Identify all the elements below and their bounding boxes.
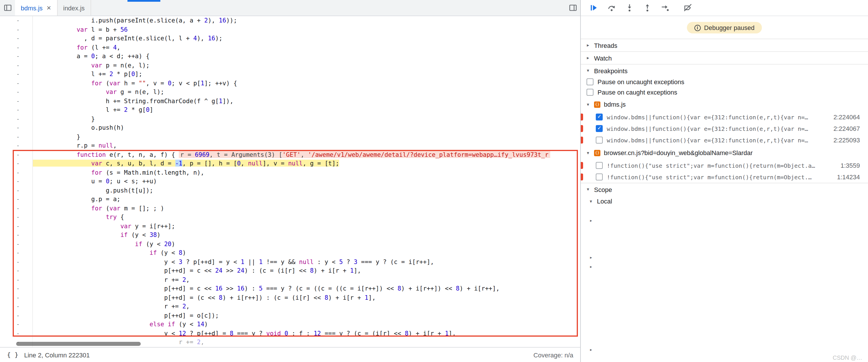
code-line[interactable]: - p[++d] = c << 24 >> 24) : (c = (i[r] <…	[0, 266, 580, 275]
code-line-text[interactable]: else if (y < 14)	[33, 320, 580, 329]
toggle-checkbox[interactable]	[587, 89, 593, 96]
code-line-text[interactable]: i.push(parseInt(e.slice(a, a + 2), 16));	[33, 16, 580, 25]
line-gutter[interactable]: -	[0, 159, 33, 168]
line-gutter[interactable]: -	[0, 275, 33, 284]
breakpoint-entry[interactable]: !function(){"use strict";var m=function(…	[581, 171, 868, 183]
code-line-text[interactable]: g.p = a;	[33, 195, 580, 204]
line-gutter[interactable]: -	[0, 97, 33, 105]
code-editor[interactable]: - i.push(parseInt(e.slice(a, a + 2), 16)…	[0, 16, 580, 347]
breakpoint-checkbox[interactable]	[596, 162, 603, 169]
line-gutter[interactable]: -	[0, 52, 33, 61]
expand-arrow-icon[interactable]	[590, 216, 592, 225]
code-line[interactable]: - p[++d] = (c << 8) + i[r++]) : (c = (i[…	[0, 293, 580, 302]
breakpoint-checkbox[interactable]	[596, 125, 603, 132]
code-line[interactable]: - p[++d] = o[c]);	[0, 311, 580, 320]
breakpoint-checkbox[interactable]	[596, 137, 603, 143]
breakpoint-group-header[interactable]: bdms.js	[581, 97, 868, 111]
code-line[interactable]: - var l = b + 56	[0, 25, 580, 34]
code-line-text[interactable]: a = 0; a < d; ++a) {	[33, 52, 580, 61]
toggle-checkbox[interactable]	[587, 78, 593, 85]
scope-variable-row[interactable]: m: undefined	[581, 299, 868, 308]
code-line-text[interactable]: if (y < 8)	[33, 249, 580, 257]
code-line[interactable]: - var c, s, u, b, l, d = -1, p = [], h =…	[0, 159, 580, 168]
code-line-text[interactable]: p[++d] = c << 16 >> 16) : 5 === y ? (c =…	[33, 284, 580, 293]
code-line[interactable]: - }	[0, 114, 580, 123]
expand-arrow-icon[interactable]	[590, 262, 592, 271]
line-gutter[interactable]: -	[0, 61, 33, 70]
step-button[interactable]	[660, 3, 670, 12]
line-gutter[interactable]: -	[0, 329, 33, 338]
code-line[interactable]: - for (var m = []; ; )	[0, 204, 580, 213]
code-line-text[interactable]: , d = parseInt(e.slice(l, l + 4), 16);	[33, 34, 580, 43]
scope-variable-row[interactable]: n: 0	[581, 308, 868, 318]
close-icon[interactable]: ×	[47, 4, 51, 11]
line-gutter[interactable]: -	[0, 34, 33, 43]
scope-variable-row[interactable]: h: undefined	[581, 281, 868, 290]
code-line-text[interactable]: p[++d] = o[c]);	[33, 311, 580, 320]
code-line-text[interactable]: o.push(h)	[33, 123, 580, 132]
code-line[interactable]: - y < 12 ? p[++d] = 8 === y ? void 0 : f…	[0, 329, 580, 338]
line-gutter[interactable]: -	[0, 16, 33, 25]
code-line-text[interactable]: var p = n(e, l);	[33, 61, 580, 70]
code-line-text[interactable]: var c, s, u, b, l, d = -1, p = [], h = […	[33, 159, 580, 168]
code-line-text[interactable]: try {	[33, 213, 580, 222]
code-line[interactable]: - u = 0; u < s; ++u)	[0, 177, 580, 186]
code-line-text[interactable]: y < 3 ? p[++d] = y < 1 || 1 !== y && nul…	[33, 257, 580, 266]
code-line-text[interactable]: for (var h = "", v = 0; v < p[1]; ++v) {	[33, 79, 580, 88]
breakpoint-entry[interactable]: !function(){"use strict";var m=function(…	[581, 160, 868, 171]
code-line-text[interactable]: r += 2,	[33, 275, 580, 284]
scope-variable-row[interactable]: t: Arguments(3) ['GET', '/aweme/v1/web/a…	[581, 345, 868, 355]
code-line-text[interactable]: y < 12 ? p[++d] = 8 === y ? void 0 : f :…	[33, 329, 580, 338]
deactivate-breakpoints-button[interactable]	[683, 3, 692, 12]
line-gutter[interactable]: -	[0, 25, 33, 34]
step-into-button[interactable]	[625, 3, 634, 12]
line-gutter[interactable]: -	[0, 231, 33, 239]
code-line[interactable]: - function e(r, t, n, a, f) {r = 6969, t…	[0, 150, 580, 159]
line-gutter[interactable]: -	[0, 257, 33, 266]
code-line[interactable]: - l += 2 * g[0]	[0, 105, 580, 114]
line-gutter[interactable]: -	[0, 114, 33, 123]
line-gutter[interactable]: -	[0, 186, 33, 195]
section-threads[interactable]: Threads	[581, 39, 868, 51]
code-line[interactable]: - for (s = Math.min(t.length, n),	[0, 168, 580, 177]
section-breakpoints[interactable]: Breakpoints	[581, 64, 868, 77]
code-line[interactable]: - else if (y < 14)	[0, 320, 580, 329]
section-scope[interactable]: Scope	[581, 183, 868, 195]
line-gutter[interactable]: -	[0, 168, 33, 177]
line-gutter[interactable]: -	[0, 70, 33, 79]
line-gutter[interactable]: -	[0, 222, 33, 231]
code-line[interactable]: - var p = n(e, l);	[0, 61, 580, 70]
code-line[interactable]: - y < 3 ? p[++d] = y < 1 || 1 !== y && n…	[0, 257, 580, 266]
breakpoint-entry[interactable]: window.bdms||function(){var e={312:funct…	[581, 111, 868, 123]
tab-bdms-js[interactable]: bdms.js ×	[15, 0, 57, 15]
code-line-text[interactable]: l += 2 * p[0];	[33, 70, 580, 79]
scope-variable-row[interactable]: r: 6969	[581, 327, 868, 336]
line-gutter[interactable]: -	[0, 204, 33, 213]
code-line[interactable]: - l += 2 * p[0];	[0, 70, 580, 79]
line-gutter[interactable]: -	[0, 302, 33, 311]
exception-toggle-row[interactable]: Pause on uncaught exceptions	[581, 77, 868, 87]
code-line-text[interactable]: g.push(t[u]);	[33, 186, 580, 195]
line-gutter[interactable]: -	[0, 239, 33, 249]
code-line-text[interactable]: }	[33, 114, 580, 123]
code-line[interactable]: - var y = i[r++];	[0, 222, 580, 231]
code-line[interactable]: - r += 2,	[0, 302, 580, 311]
scope-variable-row[interactable]: e: ƒ e(r,t,n,a,f)	[581, 253, 868, 262]
breakpoint-checkbox[interactable]	[596, 173, 603, 180]
code-line[interactable]: - for (l += 4,	[0, 43, 580, 52]
code-line[interactable]: - if (y < 20)	[0, 239, 580, 249]
code-line-text[interactable]: p[++d] = (c << 8) + i[r++]) : (c = (i[r]…	[33, 293, 580, 302]
expand-arrow-icon[interactable]	[590, 345, 592, 355]
code-line[interactable]: - h += String.fromCharCode(f ^ g[1]),	[0, 97, 580, 105]
section-watch[interactable]: Watch	[581, 51, 868, 64]
pretty-print-icon[interactable]: { }	[7, 351, 19, 359]
code-line[interactable]: - a = 0; a < d; ++a) {	[0, 52, 580, 61]
code-line-text[interactable]: if (y < 38)	[33, 231, 580, 239]
breakpoint-checkbox[interactable]	[596, 113, 603, 121]
scope-variable-row[interactable]: g: undefined	[581, 271, 868, 281]
exception-toggle-row[interactable]: Pause on caught exceptions	[581, 87, 868, 97]
line-gutter[interactable]: -	[0, 132, 33, 141]
line-gutter[interactable]: -	[0, 293, 33, 302]
scope-variable-row[interactable]: s: undefined	[581, 336, 868, 345]
line-gutter[interactable]: -	[0, 88, 33, 97]
